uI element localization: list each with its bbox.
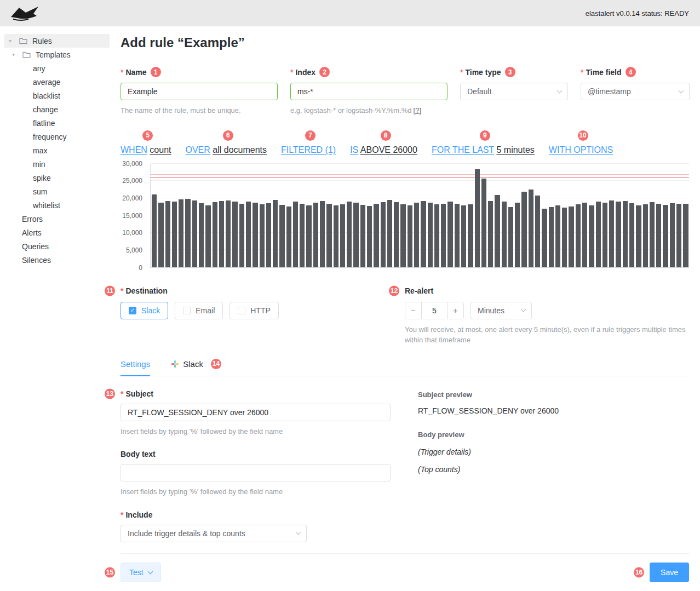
- chart-bar: [165, 201, 170, 267]
- query-builder: 5WHEN count6OVER all documents7FILTERED …: [121, 130, 689, 155]
- sidebar-item-template-sum[interactable]: sum: [0, 185, 115, 198]
- metric-chart: 30,00025,00020,00015,00010,0005,0000: [121, 164, 689, 268]
- subject-label: Subject: [125, 389, 153, 398]
- query-segment-1[interactable]: 5WHEN count: [121, 130, 171, 155]
- include-select[interactable]: Include trigger details & top counts: [121, 525, 307, 542]
- increment-button[interactable]: +: [447, 302, 463, 319]
- chart-bar: [515, 203, 520, 267]
- caret-down-icon[interactable]: ▾: [9, 38, 14, 44]
- page-title: Add rule “Example”: [121, 35, 689, 50]
- destination-slack-checkbox[interactable]: ✓Slack: [121, 302, 168, 319]
- annotation-badge: 4: [626, 67, 636, 77]
- sidebar-item-template-average[interactable]: average: [0, 75, 115, 89]
- time-field-label: Time field: [586, 68, 621, 77]
- subject-field-group: 13 * Subject Insert fields by typing '%'…: [121, 389, 391, 437]
- chart-bar: [629, 203, 634, 267]
- chart-bar: [488, 201, 493, 267]
- sidebar-item-template-min[interactable]: min: [0, 157, 115, 171]
- chart-bar: [441, 204, 446, 267]
- chart-bar: [260, 204, 265, 267]
- tab-slack[interactable]: Slack 14: [171, 353, 221, 376]
- chart-bar: [306, 205, 311, 267]
- include-label: Include: [125, 510, 152, 519]
- sidebar-item-template-whitelist[interactable]: whitelist: [0, 198, 115, 212]
- save-button[interactable]: Save: [650, 563, 689, 582]
- tab-settings[interactable]: Settings: [121, 354, 150, 376]
- sidebar-item-template-max[interactable]: max: [0, 144, 115, 157]
- chart-plot-area: [150, 164, 689, 268]
- annotation-badge: 5: [142, 130, 153, 141]
- sidebar-item-silences[interactable]: Silences: [0, 253, 115, 267]
- time-field-value: @timestamp: [588, 87, 631, 96]
- destination-option-label: Slack: [141, 306, 160, 315]
- chart-y-axis: 30,00025,00020,00015,00010,0005,0000: [121, 164, 146, 268]
- annotation-badge: 14: [211, 359, 221, 369]
- body-preview-line: (Trigger details): [418, 447, 689, 456]
- sidebar-item-rules[interactable]: ▾ Rules: [4, 34, 110, 48]
- required-marker: *: [581, 68, 583, 77]
- sidebar-item-queries[interactable]: Queries: [0, 239, 115, 253]
- query-value: count: [150, 145, 171, 154]
- name-label: Name: [125, 68, 146, 77]
- caret-down-icon[interactable]: ▾: [12, 52, 18, 58]
- annotation-badge: 6: [223, 130, 233, 141]
- sidebar-item-errors[interactable]: Errors: [0, 212, 115, 226]
- chart-bar: [609, 200, 614, 267]
- sidebar-item-template-blacklist[interactable]: blacklist: [0, 89, 115, 102]
- decrement-button[interactable]: −: [405, 302, 422, 319]
- sidebar-item-templates[interactable]: ▾ Templates: [0, 48, 115, 61]
- query-value: 5 minutes: [496, 145, 534, 154]
- test-button[interactable]: Test: [121, 563, 161, 582]
- realert-help-text: You will receive, at most, one alert eve…: [405, 324, 689, 346]
- query-value: ABOVE 26000: [360, 145, 417, 154]
- destination-http-checkbox[interactable]: HTTP: [229, 302, 279, 319]
- chart-bar: [340, 204, 345, 267]
- chart-bar: [213, 202, 217, 267]
- query-segment-2[interactable]: 6OVER all documents: [185, 130, 267, 155]
- chevron-down-icon: [521, 307, 526, 312]
- praeco-logo[interactable]: [10, 5, 39, 21]
- query-segment-6[interactable]: 10WITH OPTIONS: [549, 130, 613, 155]
- destination-option-label: Email: [196, 306, 215, 315]
- sidebar-item-template-flatline[interactable]: flatline: [0, 116, 115, 130]
- destination-email-checkbox[interactable]: Email: [175, 302, 223, 319]
- time-type-field-group: * Time type 3 Default: [460, 67, 568, 116]
- destination-option-label: HTTP: [250, 306, 271, 315]
- subject-preview-value: RT_FLOW_SESSION_DENY over 26000: [418, 406, 689, 415]
- realert-unit-select[interactable]: Minutes: [471, 302, 532, 319]
- query-phrase: WHEN count: [121, 145, 171, 155]
- sidebar-item-template-spike[interactable]: spike: [0, 171, 115, 185]
- sidebar-item-alerts[interactable]: Alerts: [0, 226, 115, 239]
- realert-value[interactable]: 5: [422, 302, 447, 319]
- chart-bar: [603, 203, 607, 267]
- query-segment-5[interactable]: 9FOR THE LAST 5 minutes: [432, 130, 535, 155]
- time-type-select[interactable]: Default: [460, 83, 568, 100]
- chart-bar: [273, 200, 278, 267]
- subject-input[interactable]: [121, 404, 391, 421]
- chart-bar: [158, 203, 163, 267]
- chart-bar: [414, 203, 419, 267]
- sidebar-item-template-frequency[interactable]: frequency: [0, 130, 115, 144]
- chart-bar: [400, 204, 405, 267]
- praeco-logo-icon: [10, 5, 39, 21]
- include-value: Include trigger details & top counts: [128, 529, 245, 538]
- chart-bar: [502, 202, 507, 267]
- name-input[interactable]: [121, 83, 278, 100]
- chart-bar: [481, 179, 486, 267]
- time-field-select[interactable]: @timestamp: [581, 83, 690, 100]
- tab-settings-label: Settings: [121, 359, 150, 369]
- help-question-link[interactable]: [?]: [414, 106, 421, 114]
- query-segment-4[interactable]: 8IS ABOVE 26000: [350, 130, 417, 155]
- sidebar-item-template-any[interactable]: any: [0, 61, 115, 75]
- index-input[interactable]: [290, 83, 447, 100]
- chart-bar: [367, 206, 372, 267]
- annotation-badge: 10: [578, 130, 588, 141]
- body-text-input[interactable]: [121, 464, 391, 481]
- query-keyword: FILTERED (1): [281, 145, 336, 154]
- sidebar-item-template-change[interactable]: change: [0, 102, 115, 116]
- query-segment-3[interactable]: 7FILTERED (1): [281, 130, 336, 155]
- include-field-group: * Include Include trigger details & top …: [121, 510, 391, 542]
- chart-bar: [535, 196, 540, 267]
- required-marker: *: [121, 286, 123, 295]
- sidebar-template-list: anyaverageblacklistchangeflatlinefrequen…: [0, 61, 115, 212]
